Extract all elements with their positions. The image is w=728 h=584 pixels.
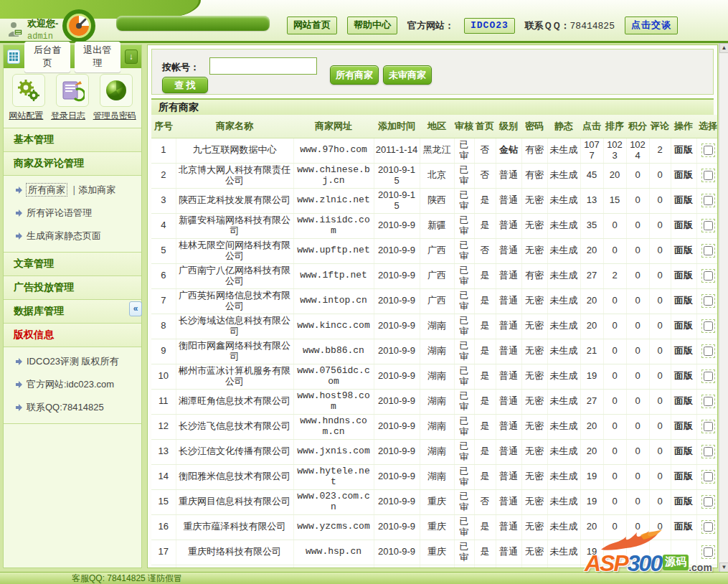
table-cell: [293, 565, 374, 568]
sidebar-section-ads[interactable]: 广告投放管理: [4, 276, 141, 300]
table-cell: 1077: [580, 138, 603, 163]
row-checkbox[interactable]: [701, 319, 715, 333]
panel-link[interactable]: 面版: [671, 439, 696, 464]
row-checkbox-input[interactable]: [704, 296, 713, 306]
panel-link[interactable]: 面版: [671, 188, 696, 213]
row-checkbox[interactable]: [701, 244, 715, 258]
row-checkbox-input[interactable]: [704, 221, 713, 230]
panel-link[interactable]: 面版: [671, 464, 696, 489]
panel-link[interactable]: 面版: [671, 364, 696, 389]
sidebar-section-database[interactable]: 数据库管理: [4, 300, 141, 324]
sidebar-item-add-merchant[interactable]: 添加商家: [78, 184, 115, 195]
chat-button[interactable]: 点击交谈: [625, 17, 678, 34]
official-site-button[interactable]: IDCO23: [464, 18, 515, 34]
sidebar-collapse-button[interactable]: «: [129, 301, 142, 316]
row-checkbox[interactable]: [701, 294, 715, 308]
row-checkbox-input[interactable]: [704, 347, 713, 356]
vertical-scrollbar[interactable]: ▲ ▼: [719, 43, 728, 573]
merchants-table: 序号商家名称商家网址添加时间地区审核首页级别密码静态点击排序积分评论操作选择 1…: [151, 115, 718, 568]
row-checkbox[interactable]: [701, 344, 715, 358]
row-checkbox-input[interactable]: [704, 246, 713, 255]
panel-link[interactable]: 面版: [671, 163, 696, 188]
table-row: 1九七互联网数据中心www.97ho.com2011-1-14黑龙江已审否金钻有…: [151, 138, 718, 163]
sidebar-item-all-merchants[interactable]: 所有商家 ｜添加商家: [4, 179, 141, 202]
panel-link[interactable]: 面版: [671, 314, 696, 339]
row-checkbox[interactable]: [701, 269, 715, 283]
table-cell: 0: [649, 238, 671, 263]
sidebar-section-basic[interactable]: 基本管理: [4, 128, 141, 152]
table-cell: 20: [580, 514, 603, 540]
sidebar-item-comments[interactable]: 所有评论语管理: [4, 202, 141, 225]
row-checkbox-input[interactable]: [704, 547, 713, 557]
table-cell: 2010-9-9: [374, 263, 420, 288]
panel-link[interactable]: 面版: [671, 389, 696, 414]
row-checkbox[interactable]: [701, 470, 715, 484]
sidebar-section-articles[interactable]: 文章管理: [4, 253, 141, 276]
row-checkbox-input[interactable]: [704, 397, 713, 406]
panel-link[interactable]: 面版: [671, 213, 696, 238]
footer-text: 客服QQ: 78414825 谨防假冒: [72, 573, 182, 583]
row-checkbox[interactable]: [701, 169, 715, 182]
row-checkbox[interactable]: [701, 219, 715, 232]
table-cell: 2: [151, 163, 176, 188]
login-log-icon[interactable]: [56, 74, 89, 107]
row-checkbox-input[interactable]: [704, 271, 713, 281]
backend-home-button[interactable]: 后台首页: [24, 42, 70, 72]
nav-help-center-button[interactable]: 帮助中心: [347, 17, 397, 34]
select-cell: [696, 138, 718, 163]
sidebar-section-copyright[interactable]: 版权信息: [4, 324, 141, 347]
collapse-toolbar-icon[interactable]: ↓: [125, 50, 138, 64]
row-checkbox-input[interactable]: [704, 422, 713, 431]
panel-link[interactable]: 面版: [671, 489, 696, 514]
row-checkbox[interactable]: [701, 495, 715, 509]
panel-link[interactable]: 面版: [671, 414, 696, 439]
sidebar-item-generate-static[interactable]: 生成商家静态页面: [4, 225, 141, 248]
table-cell: 1: [151, 138, 176, 163]
admin-password-link[interactable]: 管理员密码: [93, 110, 136, 122]
scroll-down-icon[interactable]: ▼: [719, 562, 728, 573]
table-cell: 普通: [496, 540, 521, 565]
table-cell: 普通: [496, 414, 521, 439]
row-checkbox-input[interactable]: [704, 196, 713, 205]
row-checkbox[interactable]: [701, 369, 715, 383]
row-checkbox-input[interactable]: [704, 497, 713, 507]
panel-link[interactable]: 面版: [671, 288, 696, 314]
row-checkbox[interactable]: [701, 194, 715, 207]
copyright-item-official-site[interactable]: 官方网站:idc023.com: [4, 373, 141, 396]
row-checkbox-input[interactable]: [704, 447, 713, 456]
row-checkbox-input[interactable]: [704, 321, 713, 331]
row-checkbox[interactable]: [701, 520, 715, 534]
row-checkbox-input[interactable]: [704, 171, 713, 180]
row-checkbox-input[interactable]: [704, 522, 713, 532]
row-checkbox[interactable]: [701, 395, 715, 408]
table-cell: 无密: [521, 565, 547, 568]
scroll-up-icon[interactable]: ▲: [719, 43, 728, 53]
panel-link[interactable]: 面版: [671, 339, 696, 364]
panel-link[interactable]: 面版: [671, 514, 696, 540]
find-button[interactable]: 查 找: [162, 77, 208, 93]
table-cell: www.1ftp.net: [293, 263, 374, 288]
account-search-input[interactable]: [209, 57, 317, 75]
logout-button[interactable]: 退出管理: [75, 42, 120, 72]
nav-site-home-button[interactable]: 网站首页: [287, 17, 337, 34]
panel-link[interactable]: 面版: [671, 138, 696, 163]
table-cell: 0: [649, 288, 671, 314]
admin-password-icon[interactable]: [100, 74, 133, 107]
all-merchants-button[interactable]: 所有商家: [330, 65, 379, 85]
select-cell: [696, 565, 718, 568]
row-checkbox[interactable]: [701, 143, 715, 157]
row-checkbox[interactable]: [701, 445, 715, 458]
table-cell: 21: [580, 339, 603, 364]
row-checkbox-input[interactable]: [704, 472, 713, 481]
login-log-link[interactable]: 登录日志: [51, 110, 85, 122]
row-checkbox-input[interactable]: [704, 146, 713, 155]
unreviewed-merchants-button[interactable]: 未审商家: [383, 65, 432, 85]
panel-link[interactable]: 面版: [671, 263, 696, 288]
panel-link[interactable]: 面版: [671, 238, 696, 263]
row-checkbox[interactable]: [701, 545, 715, 559]
site-config-icon[interactable]: [12, 74, 45, 107]
row-checkbox[interactable]: [701, 420, 715, 433]
sidebar-section-merchants[interactable]: 商家及评论管理: [4, 152, 141, 176]
site-config-link[interactable]: 网站配置: [9, 110, 43, 122]
row-checkbox-input[interactable]: [704, 372, 713, 381]
